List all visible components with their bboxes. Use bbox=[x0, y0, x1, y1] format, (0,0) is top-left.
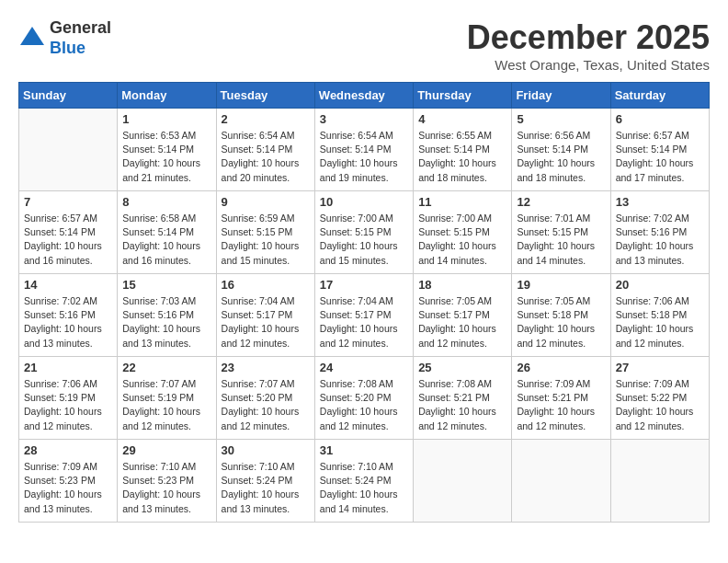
calendar-week-row: 21Sunrise: 7:06 AMSunset: 5:19 PMDayligh… bbox=[19, 357, 710, 440]
day-number: 11 bbox=[418, 195, 506, 209]
day-number: 10 bbox=[320, 195, 408, 209]
day-info: Sunrise: 6:53 AMSunset: 5:14 PMDaylight:… bbox=[122, 129, 210, 185]
day-number: 8 bbox=[122, 195, 210, 209]
day-number: 15 bbox=[122, 278, 210, 292]
day-number: 21 bbox=[24, 361, 112, 374]
day-number: 24 bbox=[320, 361, 408, 374]
day-info: Sunrise: 7:00 AMSunset: 5:15 PMDaylight:… bbox=[320, 212, 408, 268]
day-info: Sunrise: 7:10 AMSunset: 5:24 PMDaylight:… bbox=[222, 460, 310, 516]
day-number: 2 bbox=[222, 112, 310, 126]
calendar-day-cell: 8Sunrise: 6:58 AMSunset: 5:14 PMDaylight… bbox=[118, 191, 216, 274]
day-info: Sunrise: 7:04 AMSunset: 5:17 PMDaylight:… bbox=[222, 294, 310, 350]
calendar-day-cell: 20Sunrise: 7:06 AMSunset: 5:18 PMDayligh… bbox=[610, 274, 709, 357]
day-info: Sunrise: 6:57 AMSunset: 5:14 PMDaylight:… bbox=[616, 129, 704, 185]
day-number: 9 bbox=[222, 195, 310, 209]
calendar-day-cell: 27Sunrise: 7:09 AMSunset: 5:22 PMDayligh… bbox=[610, 357, 709, 440]
calendar-week-row: 7Sunrise: 6:57 AMSunset: 5:14 PMDaylight… bbox=[19, 191, 710, 274]
day-info: Sunrise: 6:57 AMSunset: 5:14 PMDaylight:… bbox=[24, 212, 112, 268]
calendar-day-cell: 21Sunrise: 7:06 AMSunset: 5:19 PMDayligh… bbox=[19, 357, 118, 440]
calendar-week-row: 28Sunrise: 7:09 AMSunset: 5:23 PMDayligh… bbox=[19, 440, 710, 523]
day-info: Sunrise: 7:05 AMSunset: 5:18 PMDaylight:… bbox=[517, 294, 605, 350]
day-number: 12 bbox=[517, 195, 605, 209]
calendar-header-row: SundayMondayTuesdayWednesdayThursdayFrid… bbox=[19, 83, 710, 109]
calendar-table: SundayMondayTuesdayWednesdayThursdayFrid… bbox=[18, 82, 710, 523]
day-info: Sunrise: 6:59 AMSunset: 5:15 PMDaylight:… bbox=[222, 212, 310, 268]
calendar-day-cell: 10Sunrise: 7:00 AMSunset: 5:15 PMDayligh… bbox=[314, 191, 413, 274]
day-number: 14 bbox=[24, 278, 112, 292]
day-number: 17 bbox=[320, 278, 408, 292]
calendar-day-cell: 26Sunrise: 7:09 AMSunset: 5:21 PMDayligh… bbox=[512, 357, 610, 440]
day-info: Sunrise: 7:10 AMSunset: 5:23 PMDaylight:… bbox=[122, 460, 210, 516]
day-info: Sunrise: 7:06 AMSunset: 5:18 PMDaylight:… bbox=[616, 294, 704, 350]
day-info: Sunrise: 7:09 AMSunset: 5:23 PMDaylight:… bbox=[24, 460, 112, 516]
day-number: 29 bbox=[122, 443, 210, 457]
day-info: Sunrise: 6:56 AMSunset: 5:14 PMDaylight:… bbox=[517, 129, 605, 185]
calendar-day-cell: 1Sunrise: 6:53 AMSunset: 5:14 PMDaylight… bbox=[118, 109, 216, 191]
calendar-day-cell: 25Sunrise: 7:08 AMSunset: 5:21 PMDayligh… bbox=[414, 357, 512, 440]
calendar-day-cell: 22Sunrise: 7:07 AMSunset: 5:19 PMDayligh… bbox=[118, 357, 216, 440]
day-info: Sunrise: 7:05 AMSunset: 5:17 PMDaylight:… bbox=[418, 294, 506, 350]
calendar-day-cell: 14Sunrise: 7:02 AMSunset: 5:16 PMDayligh… bbox=[19, 274, 118, 357]
calendar-day-cell: 13Sunrise: 7:02 AMSunset: 5:16 PMDayligh… bbox=[610, 191, 709, 274]
day-number: 3 bbox=[320, 112, 408, 126]
day-info: Sunrise: 6:55 AMSunset: 5:14 PMDaylight:… bbox=[418, 129, 506, 185]
logo-blue: Blue bbox=[50, 39, 111, 59]
day-info: Sunrise: 7:02 AMSunset: 5:16 PMDaylight:… bbox=[616, 212, 704, 268]
logo-icon bbox=[18, 25, 46, 52]
day-number: 27 bbox=[616, 361, 704, 374]
calendar-day-cell: 28Sunrise: 7:09 AMSunset: 5:23 PMDayligh… bbox=[19, 440, 118, 523]
calendar-day-cell: 7Sunrise: 6:57 AMSunset: 5:14 PMDaylight… bbox=[19, 191, 118, 274]
day-number: 18 bbox=[418, 278, 506, 292]
calendar-day-cell: 11Sunrise: 7:00 AMSunset: 5:15 PMDayligh… bbox=[414, 191, 512, 274]
calendar-day-cell: 15Sunrise: 7:03 AMSunset: 5:16 PMDayligh… bbox=[118, 274, 216, 357]
calendar-day-cell: 6Sunrise: 6:57 AMSunset: 5:14 PMDaylight… bbox=[610, 109, 709, 191]
weekday-header: Friday bbox=[512, 83, 610, 109]
calendar-day-cell bbox=[19, 109, 118, 191]
weekday-header: Thursday bbox=[414, 83, 512, 109]
day-number: 6 bbox=[616, 112, 704, 126]
calendar-day-cell: 29Sunrise: 7:10 AMSunset: 5:23 PMDayligh… bbox=[118, 440, 216, 523]
day-info: Sunrise: 6:58 AMSunset: 5:14 PMDaylight:… bbox=[122, 212, 210, 268]
calendar-day-cell: 3Sunrise: 6:54 AMSunset: 5:14 PMDaylight… bbox=[314, 109, 413, 191]
day-number: 7 bbox=[24, 195, 112, 209]
day-number: 16 bbox=[222, 278, 310, 292]
calendar-day-cell: 5Sunrise: 6:56 AMSunset: 5:14 PMDaylight… bbox=[512, 109, 610, 191]
day-info: Sunrise: 7:07 AMSunset: 5:19 PMDaylight:… bbox=[122, 377, 210, 433]
calendar-day-cell: 18Sunrise: 7:05 AMSunset: 5:17 PMDayligh… bbox=[414, 274, 512, 357]
day-number: 26 bbox=[517, 361, 605, 374]
location: West Orange, Texas, United States bbox=[467, 57, 710, 73]
day-number: 4 bbox=[418, 112, 506, 126]
calendar-day-cell bbox=[610, 440, 709, 523]
day-info: Sunrise: 7:04 AMSunset: 5:17 PMDaylight:… bbox=[320, 294, 408, 350]
day-info: Sunrise: 7:09 AMSunset: 5:21 PMDaylight:… bbox=[517, 377, 605, 433]
day-info: Sunrise: 7:07 AMSunset: 5:20 PMDaylight:… bbox=[222, 377, 310, 433]
weekday-header: Sunday bbox=[19, 83, 118, 109]
calendar-day-cell bbox=[512, 440, 610, 523]
calendar-day-cell: 2Sunrise: 6:54 AMSunset: 5:14 PMDaylight… bbox=[216, 109, 314, 191]
day-number: 22 bbox=[122, 361, 210, 374]
day-number: 20 bbox=[616, 278, 704, 292]
day-number: 19 bbox=[517, 278, 605, 292]
day-number: 30 bbox=[222, 443, 310, 457]
calendar-day-cell: 31Sunrise: 7:10 AMSunset: 5:24 PMDayligh… bbox=[314, 440, 413, 523]
calendar-day-cell: 23Sunrise: 7:07 AMSunset: 5:20 PMDayligh… bbox=[216, 357, 314, 440]
day-info: Sunrise: 7:09 AMSunset: 5:22 PMDaylight:… bbox=[616, 377, 704, 433]
day-info: Sunrise: 7:10 AMSunset: 5:24 PMDaylight:… bbox=[320, 460, 408, 516]
svg-marker-0 bbox=[20, 27, 44, 45]
day-info: Sunrise: 6:54 AMSunset: 5:14 PMDaylight:… bbox=[320, 129, 408, 185]
calendar-day-cell: 16Sunrise: 7:04 AMSunset: 5:17 PMDayligh… bbox=[216, 274, 314, 357]
calendar-day-cell: 9Sunrise: 6:59 AMSunset: 5:15 PMDaylight… bbox=[216, 191, 314, 274]
calendar-week-row: 14Sunrise: 7:02 AMSunset: 5:16 PMDayligh… bbox=[19, 274, 710, 357]
logo-general: General bbox=[50, 18, 111, 39]
weekday-header: Wednesday bbox=[314, 83, 413, 109]
weekday-header: Saturday bbox=[610, 83, 709, 109]
day-number: 25 bbox=[418, 361, 506, 374]
day-info: Sunrise: 6:54 AMSunset: 5:14 PMDaylight:… bbox=[222, 129, 310, 185]
day-info: Sunrise: 7:08 AMSunset: 5:21 PMDaylight:… bbox=[418, 377, 506, 433]
calendar-day-cell: 24Sunrise: 7:08 AMSunset: 5:20 PMDayligh… bbox=[314, 357, 413, 440]
weekday-header: Monday bbox=[118, 83, 216, 109]
weekday-header: Tuesday bbox=[216, 83, 314, 109]
day-number: 31 bbox=[320, 443, 408, 457]
calendar-day-cell: 19Sunrise: 7:05 AMSunset: 5:18 PMDayligh… bbox=[512, 274, 610, 357]
calendar-day-cell: 30Sunrise: 7:10 AMSunset: 5:24 PMDayligh… bbox=[216, 440, 314, 523]
